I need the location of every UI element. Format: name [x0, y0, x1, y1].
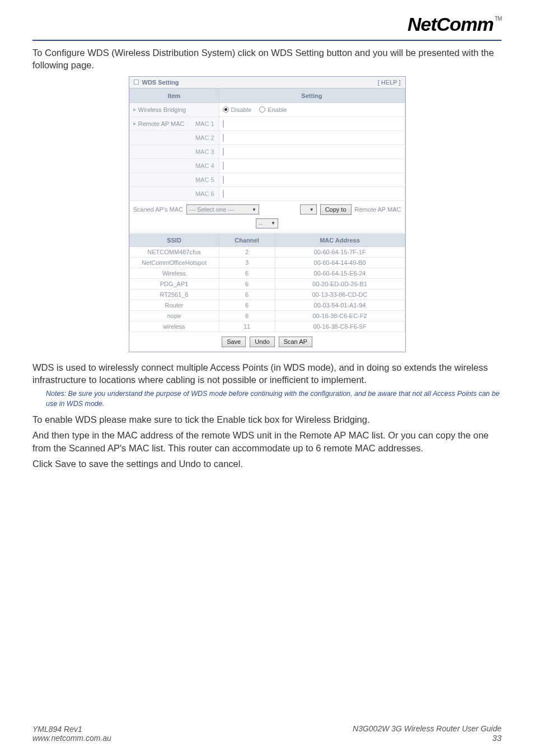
mac-instruction: And then type in the MAC address of the … [32, 429, 502, 454]
mac4-label: MAC 4 [195, 162, 214, 169]
mac6-label: MAC 6 [195, 190, 214, 197]
scanned-ap-select[interactable]: --- Select one ---▼ [186, 204, 259, 214]
ssid-header: SSID [129, 234, 219, 246]
chevron-right-icon: ▶ [133, 108, 136, 112]
scanned-ap-table: SSID Channel MAC Address NETCOMM487cfus2… [129, 234, 405, 332]
enable-instruction: To enable WDS please make sure to tick t… [32, 413, 502, 426]
help-link[interactable]: [ HELP ] [378, 79, 401, 86]
table-row: RT2561_6600-13-33-86-CD-DC [129, 289, 405, 300]
mac4-input[interactable] [223, 162, 224, 170]
mac1-input[interactable] [223, 120, 224, 128]
mac5-input[interactable] [223, 176, 224, 184]
table-row: NETCOMM487cfus200-60-64-15-7F-1F [129, 246, 405, 257]
trademark: TM [495, 16, 502, 22]
page-number: 33 [353, 733, 502, 743]
page-footer: YML894 Rev1 www.netcomm.com.au N3G002W 3… [32, 724, 502, 743]
scanned-ap-mac-label: Scaned AP's MAC [133, 206, 184, 213]
col-setting: Setting [219, 88, 405, 102]
enable-radio[interactable] [259, 106, 265, 113]
table-row: nope800-16-38-C6-EC-F2 [129, 310, 405, 321]
config-table: Item Setting ▶ Wireless Bridging Disable [129, 88, 405, 232]
mac6-input[interactable] [223, 190, 224, 198]
table-row: NetCommOfficeHotspot300-60-64-14-49-B0 [129, 257, 405, 268]
footer-guide-title: N3G002W 3G Wireless Router User Guide [353, 724, 502, 733]
wds-description: WDS is used to wirelessly connect multip… [32, 361, 502, 386]
remote-ap-mac-label: Remote AP MAC [138, 120, 185, 127]
wds-note: Notes: Be sure you understand the purpos… [46, 389, 502, 409]
footer-rev: YML894 Rev1 [32, 725, 111, 734]
enable-label: Enable [268, 106, 287, 113]
chevron-down-icon: ▼ [252, 207, 256, 212]
undo-button[interactable]: Undo [250, 337, 274, 347]
mac-header: MAC Address [275, 234, 405, 246]
table-row: PDG_AP1600-20-ED-0D-26-B1 [129, 278, 405, 289]
brand-logo: NetComm TM [407, 13, 502, 35]
mac1-label: MAC 1 [195, 120, 214, 127]
scan-ap-button[interactable]: Scan AP [279, 337, 312, 347]
mac2-label: MAC 2 [195, 134, 214, 141]
chevron-down-icon: ▼ [271, 221, 275, 226]
disable-label: Disable [231, 106, 252, 113]
mac2-input[interactable] [223, 134, 224, 142]
disable-radio[interactable] [223, 106, 229, 113]
save-button[interactable]: Save [222, 337, 246, 347]
copy-dest-select[interactable]: ▼ [300, 204, 317, 214]
mac5-label: MAC 5 [195, 176, 214, 183]
chevron-right-icon: ▶ [133, 122, 136, 126]
intro-paragraph: To Configure WDS (Wireless Distribution … [32, 46, 502, 72]
mac3-input[interactable] [223, 148, 224, 156]
col-item: Item [129, 88, 219, 102]
table-row: wireless1100-16-38-C8-F6-5F [129, 321, 405, 332]
panel-icon [134, 80, 139, 85]
table-row: Router600-03-54-01-A1-94 [129, 300, 405, 310]
wds-setting-panel: WDS Setting [ HELP ] Item Setting ▶ Wire… [129, 76, 406, 352]
header-bar: NetComm TM [32, 11, 502, 41]
save-instruction: Click Save to save the settings and Undo… [32, 458, 502, 470]
panel-title: WDS Setting [142, 79, 179, 86]
channel-header: Channel [219, 234, 275, 246]
table-row: Wireless600-60-64-15-E6-24 [129, 268, 405, 278]
small-select[interactable]: --▼ [256, 218, 278, 228]
copyto-button[interactable]: Copy to [320, 204, 352, 215]
wireless-bridging-label: Wireless Bridging [138, 106, 186, 113]
chevron-down-icon: ▼ [310, 207, 314, 212]
brand-name: NetComm [407, 13, 494, 35]
footer-url: www.netcomm.com.au [32, 734, 111, 743]
mac3-label: MAC 3 [195, 148, 214, 155]
remote-ap-mac-trail: Remote AP MAC [355, 206, 401, 213]
